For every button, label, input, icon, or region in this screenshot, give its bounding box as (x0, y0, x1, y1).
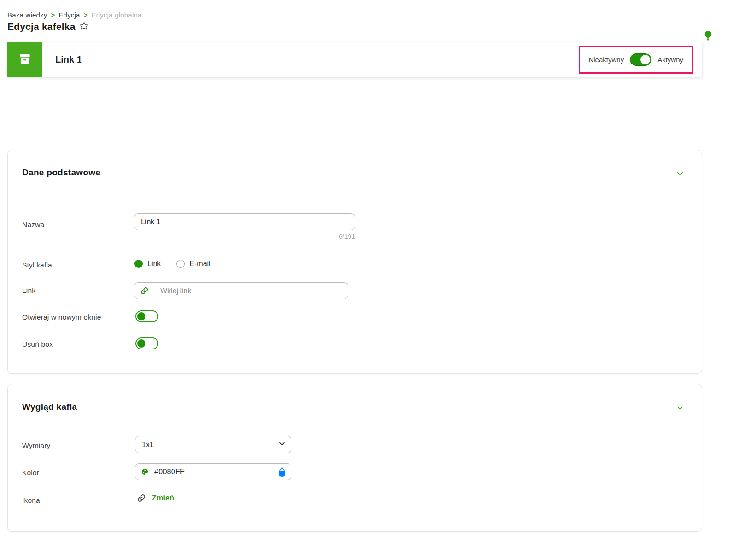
lightbulb-icon[interactable] (704, 30, 713, 44)
link-label: Link (22, 286, 35, 295)
breadcrumb-item-edycja-globalna: Edycja globalna (92, 11, 142, 19)
status-on-label: Aktywny (657, 56, 683, 64)
remove-box-toggle[interactable] (135, 337, 158, 349)
new-window-label: Otwieraj w nowym oknie (22, 313, 101, 321)
new-window-toggle[interactable] (135, 310, 158, 322)
dimensions-select[interactable]: 1x1 (135, 436, 291, 453)
breadcrumb-separator: > (84, 11, 88, 19)
toggle-knob (137, 339, 145, 348)
chevron-down-icon[interactable] (676, 404, 684, 414)
tile-header-bar: Link 1 Nieaktywny Aktywny (7, 42, 702, 77)
toggle-knob (640, 55, 650, 64)
droplet-icon[interactable] (278, 467, 286, 477)
change-icon-button[interactable]: Zmień (152, 494, 174, 502)
chevron-down-icon[interactable] (676, 169, 684, 180)
tile-style-radio-group: Link E-mail (134, 260, 210, 268)
section-basic-data: Dane podstawowe Nazwa 6/191 Styl kafla L… (7, 150, 702, 374)
breadcrumb-separator: > (51, 11, 55, 19)
radio-email-unselected[interactable] (176, 260, 185, 268)
chevron-down-icon (279, 440, 285, 449)
wizard-stepper: 1 Dane 2 Użytkownicy (0, 104, 756, 136)
section-appearance-title: Wygląd kafla (22, 402, 77, 412)
color-input-group: #0080FF (135, 463, 291, 480)
chain-link-icon (137, 494, 145, 502)
wymiary-label: Wymiary (22, 442, 51, 450)
radio-email-label[interactable]: E-mail (189, 260, 210, 268)
nazwa-label: Nazwa (22, 221, 44, 229)
archive-box-icon (17, 52, 32, 68)
kolor-label: Kolor (22, 469, 39, 477)
ikona-label: Ikona (22, 496, 40, 505)
section-appearance: Wygląd kafla Wymiary 1x1 Kolor #0080FF (7, 384, 702, 532)
tile-name: Link 1 (55, 54, 82, 65)
dimensions-value: 1x1 (142, 441, 279, 449)
radio-link-label[interactable]: Link (147, 260, 161, 268)
tile-icon-block (7, 42, 42, 77)
star-outline-icon[interactable] (79, 21, 89, 33)
active-status-toggle[interactable] (630, 53, 651, 66)
remove-box-label: Usuń box (22, 340, 53, 349)
breadcrumb: Baza wiedzy>Edycja>Edycja globalna (7, 11, 142, 19)
breadcrumb-item-edycja[interactable]: Edycja (58, 11, 80, 19)
palette-icon (141, 468, 149, 476)
color-value: #0080FF (154, 468, 272, 476)
status-off-label: Nieaktywny (588, 56, 624, 64)
toggle-knob (137, 312, 145, 320)
link-input[interactable] (154, 283, 348, 299)
radio-link-selected[interactable] (134, 260, 143, 268)
chain-link-icon (134, 283, 154, 299)
nazwa-input[interactable] (134, 213, 355, 230)
icon-field-row: Zmień (137, 494, 174, 502)
page-title: Edycja kafelka (7, 21, 76, 32)
annotation-highlight-box: Nieaktywny Aktywny (579, 46, 693, 74)
link-input-group (134, 282, 348, 299)
char-counter: 6/191 (134, 233, 355, 240)
breadcrumb-item-baza-wiedzy[interactable]: Baza wiedzy (7, 11, 47, 19)
styl-kafla-label: Styl kafla (22, 261, 52, 269)
section-basic-title: Dane podstawowe (22, 168, 100, 178)
